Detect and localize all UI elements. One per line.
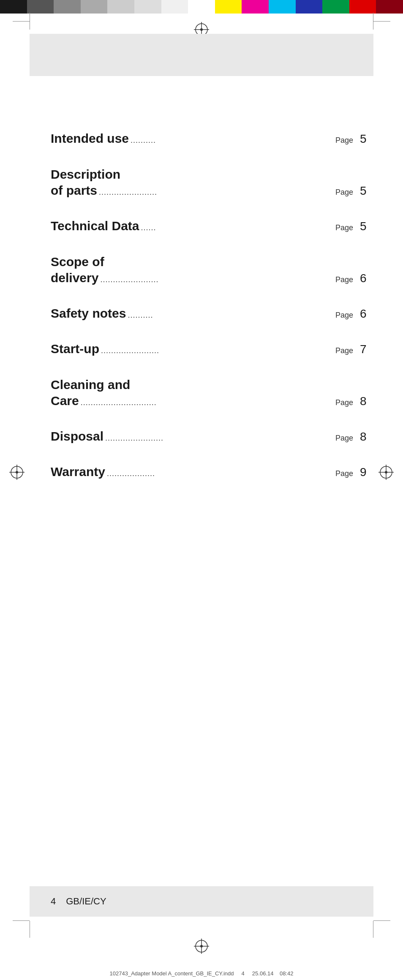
toc-entry-cleaning: Cleaning and Care ......................… bbox=[51, 377, 369, 408]
toc-page-label-warranty: Page bbox=[335, 469, 353, 479]
toc-title-scope-l2: delivery bbox=[51, 270, 98, 286]
toc-entry-warranty: Warranty ................... Page 9 bbox=[51, 464, 369, 479]
toc-page-num-safety: 6 bbox=[360, 307, 369, 321]
footer-locale: GB/IE/CY bbox=[66, 896, 106, 907]
bottom-metadata: 102743_Adapter Model A_content_GB_IE_CY.… bbox=[0, 970, 403, 977]
color-swatch-gray4 bbox=[107, 0, 134, 14]
toc-page-label-intended-use: Page bbox=[335, 136, 353, 145]
toc-page-num-disposal: 8 bbox=[360, 430, 369, 444]
color-bar bbox=[0, 0, 403, 14]
color-swatch-white2 bbox=[188, 0, 215, 14]
header-gray-rect bbox=[30, 34, 373, 76]
toc-title-intended-use: Intended use bbox=[51, 131, 129, 146]
footer-bar: 4 GB/IE/CY bbox=[30, 886, 373, 917]
trim-mark-tr-h bbox=[373, 21, 390, 22]
toc-entry-startup: Start-up ....................... Page 7 bbox=[51, 341, 369, 357]
toc-page-label-startup: Page bbox=[335, 346, 353, 356]
color-swatch-gray1 bbox=[27, 0, 54, 14]
toc-page-label-scope: Page bbox=[335, 275, 353, 284]
color-swatch-red bbox=[349, 0, 376, 14]
toc-title-description-l1: Description bbox=[51, 166, 369, 182]
toc-page-label-safety: Page bbox=[335, 311, 353, 320]
trim-mark-br-h bbox=[373, 920, 390, 921]
toc-entry-scope: Scope of delivery ......................… bbox=[51, 254, 369, 286]
trim-mark-bl-v bbox=[30, 921, 30, 938]
toc-title-disposal: Disposal bbox=[51, 429, 103, 444]
toc-title-cleaning-l2: Care bbox=[51, 393, 79, 409]
reg-mark-left bbox=[9, 465, 25, 482]
toc-title-startup: Start-up bbox=[51, 341, 99, 357]
trim-mark-br-v bbox=[373, 921, 373, 938]
toc-page-num-description: 5 bbox=[360, 184, 369, 198]
toc-entry-disposal: Disposal ....................... Page 8 bbox=[51, 429, 369, 444]
toc-page-label-disposal: Page bbox=[335, 434, 353, 443]
color-swatch-gray2 bbox=[54, 0, 81, 14]
toc-page-label-cleaning: Page bbox=[335, 398, 353, 407]
meta-page: 4 bbox=[242, 970, 245, 977]
trim-mark-tr-v bbox=[373, 13, 373, 30]
toc-dots-scope: ....................... bbox=[100, 275, 335, 284]
meta-date: 25.06.14 bbox=[252, 970, 274, 977]
toc-entry-safety: Safety notes .......... Page 6 bbox=[51, 306, 369, 321]
toc-title-cleaning-l1: Cleaning and bbox=[51, 377, 369, 393]
toc-title-scope-l1: Scope of bbox=[51, 254, 369, 270]
color-swatch-black1 bbox=[0, 0, 27, 14]
toc-page-num-intended-use: 5 bbox=[360, 132, 369, 146]
toc-dots-warranty: ................... bbox=[107, 469, 335, 479]
toc-page-num-startup: 7 bbox=[360, 342, 369, 357]
toc-title-safety: Safety notes bbox=[51, 306, 126, 321]
toc-dots-disposal: ....................... bbox=[105, 434, 335, 443]
meta-time: 08:42 bbox=[280, 970, 294, 977]
reg-mark-bottom bbox=[194, 939, 209, 956]
color-swatch-yellow bbox=[215, 0, 242, 14]
toc-dots-technical: ...... bbox=[141, 223, 335, 233]
toc-dots-cleaning: .............................. bbox=[81, 398, 335, 407]
trim-mark-tl-v bbox=[30, 13, 30, 30]
toc-title-warranty: Warranty bbox=[51, 464, 105, 479]
toc-page-num-warranty: 9 bbox=[360, 465, 369, 479]
meta-filename: 102743_Adapter Model A_content_GB_IE_CY.… bbox=[110, 970, 234, 977]
color-swatch-white bbox=[161, 0, 188, 14]
color-swatch-gray5 bbox=[134, 0, 161, 14]
toc-entry-description: Description of parts ...................… bbox=[51, 166, 369, 198]
toc-page-num-technical: 5 bbox=[360, 219, 369, 234]
trim-mark-bl-h bbox=[13, 920, 30, 921]
color-swatch-gray3 bbox=[81, 0, 108, 14]
trim-mark-tl-h bbox=[13, 21, 30, 22]
toc-page-label-description: Page bbox=[335, 188, 353, 197]
color-swatch-green bbox=[322, 0, 349, 14]
toc-page-num-cleaning: 8 bbox=[360, 395, 369, 408]
toc-page-num-scope: 6 bbox=[360, 272, 369, 285]
reg-mark-right bbox=[378, 465, 394, 482]
color-swatch-cyan bbox=[269, 0, 296, 14]
toc-entry-intended-use: Intended use .......... Page 5 bbox=[51, 131, 369, 146]
toc-page-label-technical: Page bbox=[335, 223, 353, 233]
toc-title-technical: Technical Data bbox=[51, 218, 139, 234]
toc-dots-safety: .......... bbox=[128, 311, 335, 320]
toc-dots-startup: ....................... bbox=[101, 346, 335, 356]
color-swatch-magenta bbox=[242, 0, 269, 14]
color-swatch-darkred bbox=[376, 0, 403, 14]
color-swatch-blue bbox=[296, 0, 323, 14]
toc-dots-intended-use: .......... bbox=[131, 136, 335, 145]
toc-dots-description: ....................... bbox=[99, 188, 335, 197]
toc-entry-technical: Technical Data ...... Page 5 bbox=[51, 218, 369, 234]
toc-container: Intended use .......... Page 5 Descripti… bbox=[51, 131, 369, 500]
toc-title-description-l2: of parts bbox=[51, 182, 97, 199]
footer-page-num: 4 bbox=[51, 896, 56, 907]
